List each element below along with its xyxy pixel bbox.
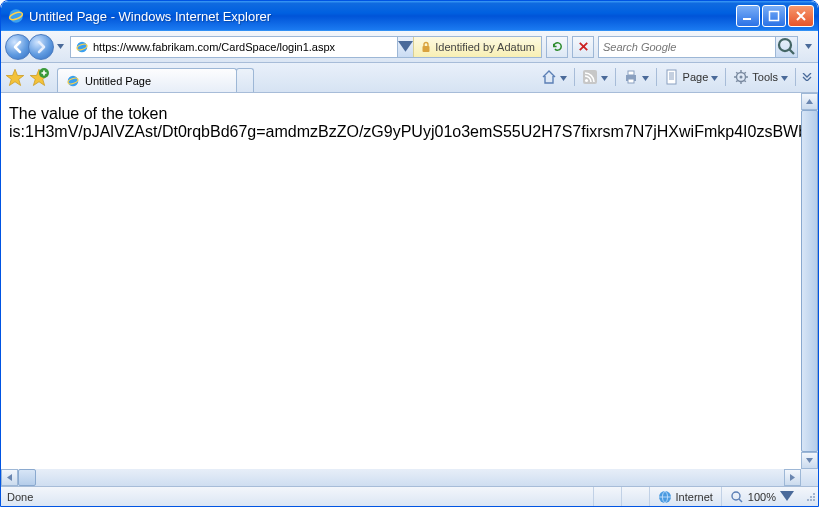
page-body: The value of the token is:1H3mV/pJAlVZAs… xyxy=(1,93,801,469)
window-titlebar: Untitled Page - Windows Internet Explore… xyxy=(1,1,818,31)
svg-point-23 xyxy=(807,499,809,501)
svg-point-7 xyxy=(779,39,791,51)
content-area: The value of the token is:1H3mV/pJAlVZAs… xyxy=(1,93,818,486)
horizontal-scroll-thumb[interactable] xyxy=(18,469,36,486)
certificate-label: Identified by Adatum xyxy=(435,41,535,53)
lock-icon xyxy=(420,41,432,53)
svg-point-18 xyxy=(740,76,743,79)
svg-point-22 xyxy=(810,499,812,501)
svg-rect-14 xyxy=(628,71,634,75)
status-zoom-label: 100% xyxy=(748,491,776,503)
home-button[interactable] xyxy=(538,66,570,88)
svg-point-21 xyxy=(813,499,815,501)
svg-point-12 xyxy=(585,79,588,82)
svg-point-24 xyxy=(813,496,815,498)
svg-point-9 xyxy=(68,75,79,86)
svg-rect-2 xyxy=(743,18,751,20)
add-favorite-button[interactable] xyxy=(29,68,49,88)
tools-menu-label: Tools xyxy=(752,71,778,83)
vertical-scroll-thumb[interactable] xyxy=(801,110,818,452)
stop-button[interactable] xyxy=(572,36,594,58)
certificate-badge[interactable]: Identified by Adatum xyxy=(413,37,541,57)
maximize-button[interactable] xyxy=(762,5,786,27)
address-url-text: https://www.fabrikam.com/CardSpace/login… xyxy=(93,41,335,53)
address-dropdown[interactable] xyxy=(397,37,413,57)
vertical-scrollbar[interactable] xyxy=(801,93,818,469)
svg-rect-15 xyxy=(628,79,634,83)
search-dropdown[interactable] xyxy=(802,38,814,56)
tab-bar: Untitled Page Page Tools xyxy=(1,63,818,93)
status-cell-empty1 xyxy=(593,487,621,506)
minimize-button[interactable] xyxy=(736,5,760,27)
page-text-line2: is:1H3mV/pJAlVZAst/Dt0rqbBd67g=amdmzBzZO… xyxy=(9,123,793,141)
status-zone[interactable]: Internet xyxy=(649,487,721,506)
window-title: Untitled Page - Windows Internet Explore… xyxy=(29,9,736,24)
ie-favicon-icon xyxy=(75,40,89,54)
status-zoom[interactable]: 100% xyxy=(721,487,802,506)
search-input[interactable] xyxy=(599,37,775,57)
refresh-button[interactable] xyxy=(546,36,568,58)
page-menu-label: Page xyxy=(683,71,709,83)
nav-history-dropdown[interactable] xyxy=(54,38,66,56)
navigation-bar: https://www.fabrikam.com/CardSpace/login… xyxy=(1,31,818,63)
horizontal-scrollbar[interactable] xyxy=(1,469,801,486)
page-text-line1: The value of the token xyxy=(9,105,793,123)
svg-point-20 xyxy=(732,492,740,500)
svg-point-25 xyxy=(810,496,812,498)
tab-active[interactable]: Untitled Page xyxy=(57,68,237,92)
command-bar: Page Tools xyxy=(538,66,814,92)
svg-rect-6 xyxy=(423,46,430,52)
internet-zone-icon xyxy=(658,490,672,504)
svg-rect-3 xyxy=(770,12,779,21)
status-bar: Done Internet 100% xyxy=(1,486,818,506)
address-url[interactable]: https://www.fabrikam.com/CardSpace/login… xyxy=(71,37,397,57)
close-button[interactable] xyxy=(788,5,814,27)
new-tab-button[interactable] xyxy=(236,68,254,92)
svg-point-4 xyxy=(77,41,88,52)
zoom-icon xyxy=(730,490,744,504)
print-button[interactable] xyxy=(620,66,652,88)
toolbar-overflow[interactable] xyxy=(800,66,814,88)
scroll-left-button[interactable] xyxy=(1,469,18,486)
address-bar[interactable]: https://www.fabrikam.com/CardSpace/login… xyxy=(70,36,542,58)
scroll-down-button[interactable] xyxy=(801,452,818,469)
favorites-button[interactable] xyxy=(5,68,25,88)
scroll-corner xyxy=(801,469,818,486)
feeds-button[interactable] xyxy=(579,66,611,88)
status-cell-empty2 xyxy=(621,487,649,506)
page-menu[interactable]: Page xyxy=(661,66,722,88)
tools-menu[interactable]: Tools xyxy=(730,66,791,88)
ie-favicon-icon xyxy=(66,74,80,88)
forward-button[interactable] xyxy=(28,34,54,60)
tab-title: Untitled Page xyxy=(85,75,151,87)
svg-rect-11 xyxy=(583,70,597,84)
search-button[interactable] xyxy=(775,37,797,57)
ie-logo-icon xyxy=(7,7,25,25)
svg-point-26 xyxy=(813,493,815,495)
resize-grip[interactable] xyxy=(802,490,818,504)
scroll-right-button[interactable] xyxy=(784,469,801,486)
status-zone-label: Internet xyxy=(676,491,713,503)
search-box[interactable] xyxy=(598,36,798,58)
scroll-up-button[interactable] xyxy=(801,93,818,110)
status-text: Done xyxy=(1,491,593,503)
